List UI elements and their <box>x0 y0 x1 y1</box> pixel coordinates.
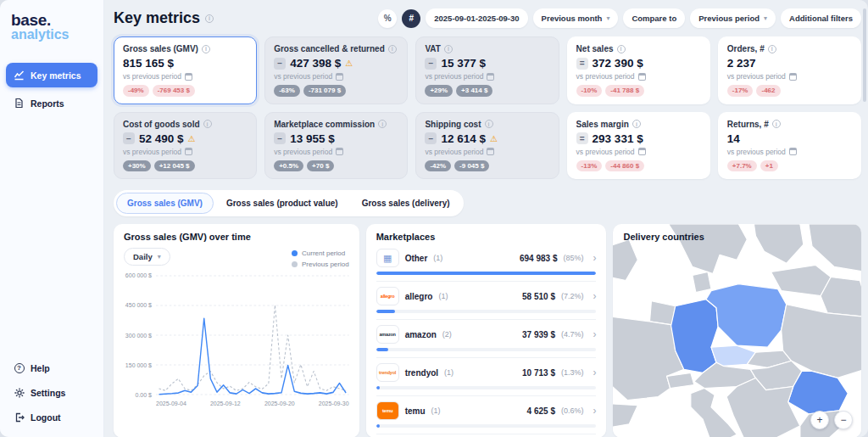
gear-icon <box>14 387 25 398</box>
info-icon[interactable]: i <box>632 120 641 128</box>
operator-icon: − <box>425 132 437 144</box>
marketplace-other-icon: ▦ <box>376 249 399 267</box>
calendar-icon <box>185 73 192 81</box>
date-range-value: 2025-09-01-2025-09-30 <box>434 14 519 23</box>
info-icon[interactable]: i <box>203 120 212 128</box>
change-abs-badge: +3 414 $ <box>456 85 492 97</box>
country-uk <box>613 239 637 280</box>
gmv-chart-svg[interactable] <box>156 272 349 398</box>
warning-icon: ⚠ <box>345 59 353 68</box>
chevron-down-icon: ▾ <box>606 14 609 22</box>
calendar-icon <box>789 148 797 155</box>
percent-toggle[interactable]: % <box>378 9 397 28</box>
metric-card-shipping-cost[interactable]: Shipping costi −12 614 $⚠ vs previous pe… <box>415 112 559 180</box>
change-abs-badge: -41 788 $ <box>605 85 644 97</box>
chevron-right-icon: › <box>593 329 596 339</box>
metric-card-cost-of-goods-sold[interactable]: Cost of goods soldi −52 490 $⚠ vs previo… <box>114 112 257 180</box>
metric-value: 815 165 $ <box>123 57 174 70</box>
panel-title: Delivery countries <box>623 232 704 242</box>
country-russia <box>809 224 861 272</box>
info-icon[interactable]: i <box>378 120 387 128</box>
compare-select[interactable]: Previous period▾ <box>690 8 776 28</box>
info-icon[interactable]: i <box>485 120 493 128</box>
sidebar-item-key-metrics[interactable]: Key metrics <box>6 63 97 87</box>
info-icon[interactable]: i <box>617 45 626 53</box>
chevron-down-icon: ▾ <box>158 253 161 261</box>
vs-previous-label: vs previous period <box>123 148 181 156</box>
sidebar-footer: ? Help Settings Logout <box>0 355 103 430</box>
period-select[interactable]: Previous month▾ <box>533 8 619 28</box>
info-icon[interactable]: i <box>388 45 397 53</box>
logo-analytics: analytics <box>11 27 92 42</box>
zoom-in-button[interactable]: + <box>810 411 829 429</box>
metric-title: Shipping cost <box>425 120 481 129</box>
info-icon[interactable]: i <box>202 45 210 53</box>
vs-previous-label: vs previous period <box>425 148 483 156</box>
metric-card-vat[interactable]: VATi −15 377 $ vs previous period +29%+3… <box>415 36 559 104</box>
document-icon <box>14 98 25 109</box>
marketplace-row-trendyol[interactable]: trendyol trendyol (1) 10 713 $ (1.3%) › <box>376 358 597 396</box>
operator-icon: = <box>576 58 588 70</box>
country-poland <box>706 284 787 348</box>
legend-previous-label: Previous period <box>302 261 349 268</box>
sidebar-nav: Key metrics Reports <box>0 63 103 115</box>
zoom-out-button[interactable]: − <box>834 411 853 429</box>
metric-value: 427 398 $ <box>290 57 341 70</box>
map-zoom-controls: + − <box>810 411 853 429</box>
metric-card-returns[interactable]: Returns, #i 14 vs previous period +7.7%+… <box>718 112 861 180</box>
chevron-right-icon: › <box>593 253 596 263</box>
marketplace-row-temu[interactable]: temu temu (1) 4 625 $ (0.6%) › <box>376 396 597 434</box>
delivery-countries-panel: Delivery countries <box>613 224 861 437</box>
calendar-icon <box>638 73 646 81</box>
current-period-dot <box>292 250 298 256</box>
change-abs-badge: -9 045 $ <box>454 160 489 172</box>
change-percent-badge: -49% <box>123 85 149 97</box>
date-range-picker[interactable]: 2025-09-01-2025-09-30 <box>426 8 527 28</box>
tab-gross-sales-product-value[interactable]: Gross sales (product value) <box>215 193 349 214</box>
marketplace-row-amazon[interactable]: amazon amazon (2) 37 939 $ (4.7%) › <box>376 320 597 358</box>
page-scrollbar[interactable] <box>863 8 866 102</box>
calendar-icon <box>638 148 646 155</box>
info-icon[interactable]: i <box>768 45 776 53</box>
metric-card-marketplace-commission[interactable]: Marketplace commissioni −13 955 $ vs pre… <box>264 112 408 180</box>
info-icon[interactable]: i <box>444 45 453 53</box>
marketplace-row-allegro[interactable]: allegro allegro (1) 58 510 $ (7.2%) › <box>376 282 597 320</box>
metric-card-sales-margin[interactable]: Sales margini =293 331 $ vs previous per… <box>567 112 710 180</box>
sidebar-item-settings[interactable]: Settings <box>6 381 97 404</box>
metric-value: 15 377 $ <box>441 57 486 70</box>
sidebar: base. analytics Key metrics Reports ? He… <box>0 0 104 437</box>
marketplace-row-other[interactable]: ▦ Other (1) 694 983 $ (85%) › <box>376 244 597 282</box>
panel-title: Gross sales (GMV) over time <box>124 232 349 242</box>
sidebar-item-reports[interactable]: Reports <box>6 91 97 115</box>
granularity-value: Daily <box>133 252 153 261</box>
tab-gross-sales-gmv[interactable]: Gross sales (GMV) <box>116 193 214 214</box>
operator-icon: − <box>274 132 286 144</box>
change-percent-badge: -42% <box>425 160 451 172</box>
operator-icon: − <box>123 132 135 144</box>
additional-filters-button[interactable]: Additional filters <box>781 8 861 28</box>
chart-x-axis: 2025-09-04 2025-09-12 2025-09-20 2025-09… <box>156 401 349 406</box>
metric-card-net-sales[interactable]: Net salesi =372 390 $ vs previous period… <box>567 36 710 104</box>
info-icon[interactable]: i <box>205 14 214 23</box>
change-percent-badge: -63% <box>274 85 300 97</box>
country-balkans <box>727 378 801 437</box>
calendar-icon <box>185 148 192 155</box>
granularity-select[interactable]: Daily▾ <box>124 248 170 266</box>
info-icon[interactable]: i <box>772 120 781 128</box>
metric-card-gross-sales-gmv[interactable]: Gross sales (GMV)i 815 165 $ vs previous… <box>114 36 257 104</box>
country-baltics <box>771 266 832 296</box>
europe-map[interactable] <box>613 224 861 437</box>
metric-value: 372 390 $ <box>593 57 643 70</box>
metric-card-orders[interactable]: Orders, #i 2 237 vs previous period -17%… <box>718 36 861 104</box>
metric-title: Returns, # <box>727 120 769 129</box>
sidebar-item-label: Help <box>31 363 50 373</box>
logo: base. analytics <box>0 0 103 42</box>
tab-gross-sales-delivery[interactable]: Gross sales (delivery) <box>351 193 461 214</box>
hash-toggle[interactable]: # <box>402 9 420 28</box>
sidebar-item-help[interactable]: ? Help <box>6 356 97 379</box>
metric-value: 52 490 $ <box>139 132 184 145</box>
metric-card-gross-cancelled-returned[interactable]: Gross cancelled & returnedi −427 398 $⚠ … <box>264 36 408 104</box>
change-abs-badge: -731 079 $ <box>303 85 346 97</box>
sidebar-item-logout[interactable]: Logout <box>6 406 97 429</box>
calendar-icon <box>487 73 494 81</box>
